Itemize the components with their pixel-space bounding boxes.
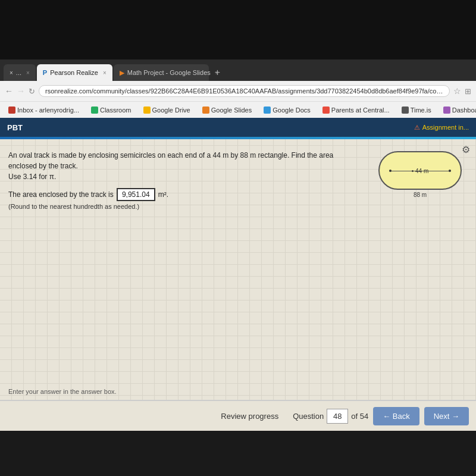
bookmark-classroom[interactable]: Classroom xyxy=(87,105,135,115)
bookmark-parents-icon xyxy=(322,107,330,114)
dimension-label-44: • 44 m xyxy=(412,167,429,174)
bookmark-docs-icon xyxy=(264,107,271,114)
bookmark-classroom-label: Classroom xyxy=(100,107,131,114)
refresh-icon[interactable]: ↻ xyxy=(29,87,35,96)
answer-value: 9,951.04 xyxy=(122,190,150,199)
bookmark-slides-icon xyxy=(202,107,209,114)
bookmark-timeis-label: Time.is xyxy=(411,107,431,114)
of-total-text: of 54 xyxy=(351,412,368,421)
app-header: PBT ⚠ Assignment in... xyxy=(0,118,476,137)
assignment-notice-text: Assignment in... xyxy=(422,124,469,131)
content-inner: ⚙ An oval track is made by enclosing sem… xyxy=(0,139,476,217)
extension-icon[interactable]: ⊞ xyxy=(465,87,471,96)
bookmark-inbox-label: Inbox - arlenyrodrig... xyxy=(17,107,79,114)
new-tab-button[interactable]: + xyxy=(210,64,225,81)
tab-partial-favicon: × xyxy=(10,70,13,76)
bookmark-star-icon[interactable]: ☆ xyxy=(453,86,461,96)
address-bar-row: ← → ↻ rsonrealize.com/community/classes/… xyxy=(0,81,476,101)
bookmark-edclub-icon xyxy=(443,107,450,114)
question-block: An oval track is made by enclosing semic… xyxy=(8,150,342,182)
rounding-note: (Round to the nearest hundredth as neede… xyxy=(8,203,468,210)
bookmark-slides-label: Google Slides xyxy=(211,107,252,114)
question-indicator: Question 48 of 54 xyxy=(293,409,368,424)
review-progress-button[interactable]: Review progress xyxy=(211,407,288,425)
tab-pearson-label: Pearson Realize xyxy=(50,69,98,76)
bookmark-timeis[interactable]: Time.is xyxy=(398,105,435,115)
question-number-value: 48 xyxy=(333,412,342,421)
bookmark-parents-label: Parents at Central... xyxy=(331,107,390,114)
monitor-bezel xyxy=(0,0,476,60)
bookmark-inbox[interactable]: Inbox - arlenyrodrig... xyxy=(5,105,83,115)
back-button[interactable]: ← Back xyxy=(373,407,419,425)
question-text: An oval track is made by enclosing semic… xyxy=(8,150,342,182)
dimension-dot-right xyxy=(449,170,451,172)
question-pi-note: Use 3.14 for π. xyxy=(8,173,56,181)
tab-partial-close[interactable]: × xyxy=(26,70,30,76)
oval-track-shape: • 44 m xyxy=(378,151,462,190)
bookmark-drive-icon xyxy=(143,107,151,114)
tab-bar: × ... × P Pearson Realize × ▶ Math Proje… xyxy=(0,60,476,81)
tab-partial[interactable]: × ... × xyxy=(4,64,36,81)
browser-chrome: × ... × P Pearson Realize × ▶ Math Proje… xyxy=(0,60,476,118)
answer-input-box[interactable]: 9,951.04 xyxy=(117,188,155,201)
back-nav-icon[interactable]: ← xyxy=(5,86,13,96)
bookmark-docs-label: Google Docs xyxy=(273,107,311,114)
dimension-dot-left xyxy=(389,170,392,172)
bookmark-drive[interactable]: Google Drive xyxy=(140,105,194,115)
tab-pearson-realize[interactable]: P Pearson Realize × xyxy=(37,64,112,81)
question-label-text: Question xyxy=(293,412,324,421)
tab-slides-favicon: ▶ xyxy=(120,69,124,77)
question-main-text: An oval track is made by enclosing semic… xyxy=(8,151,333,170)
bookmark-drive-label: Google Drive xyxy=(152,107,190,114)
address-text: rsonrealize.com/community/classes/922B66… xyxy=(45,87,447,95)
footer-hint-text: Enter your answer in the answer box. xyxy=(8,388,117,395)
tab-partial-label: ... xyxy=(16,69,21,76)
bookmark-timeis-icon xyxy=(402,107,409,114)
bookmark-classroom-icon xyxy=(91,107,98,114)
question-number-input[interactable]: 48 xyxy=(327,409,348,424)
bookmarks-bar: Inbox - arlenyrodrig... Classroom Google… xyxy=(0,101,476,118)
assignment-warning-icon: ⚠ xyxy=(414,124,420,131)
tab-pearson-favicon: P xyxy=(43,69,47,76)
bookmark-docs[interactable]: Google Docs xyxy=(260,105,314,115)
tab-google-slides[interactable]: ▶ Math Project - Google Slides × xyxy=(114,64,209,81)
forward-nav-icon[interactable]: → xyxy=(17,86,25,96)
assignment-badge: ⚠ Assignment in... xyxy=(414,124,469,131)
content-area: ⚙ An oval track is made by enclosing sem… xyxy=(0,139,476,431)
app-header-title: PBT xyxy=(7,123,23,132)
footer-hint-area: Enter your answer in the answer box. xyxy=(0,383,476,400)
answer-prefix-text: The area enclosed by the track is xyxy=(8,190,114,199)
bookmark-edclub-label: Dashboard - EdClub xyxy=(452,107,476,114)
bottom-nav: Review progress Question 48 of 54 ← Back… xyxy=(0,400,476,431)
bookmark-slides[interactable]: Google Slides xyxy=(199,105,256,115)
tab-slides-label: Math Project - Google Slides xyxy=(127,69,211,76)
answer-unit: m². xyxy=(158,190,168,199)
bookmark-inbox-icon xyxy=(8,107,15,114)
next-button[interactable]: Next → xyxy=(424,407,469,425)
bookmark-parents[interactable]: Parents at Central... xyxy=(319,105,393,115)
dimension-label-88: 88 m xyxy=(372,192,468,198)
address-input[interactable]: rsonrealize.com/community/classes/922B66… xyxy=(39,85,450,97)
bookmark-edclub[interactable]: Dashboard - EdClub xyxy=(440,105,476,115)
tab-pearson-close[interactable]: × xyxy=(103,70,107,76)
diagram-container: • 44 m 88 m xyxy=(372,151,468,199)
